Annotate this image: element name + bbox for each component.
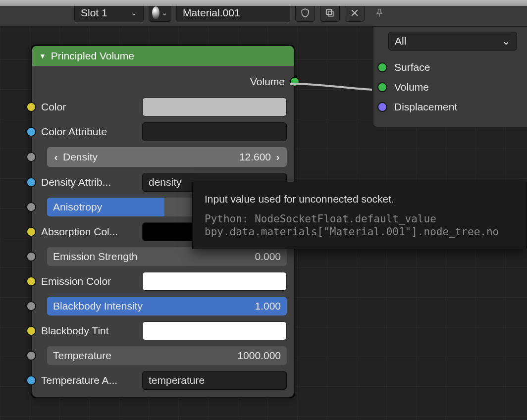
shield-icon xyxy=(300,8,310,18)
material-name-field[interactable]: Material.001 xyxy=(176,3,290,22)
temperature-attribute-label: Temperature A... xyxy=(41,374,136,386)
tooltip: Input value used for unconnected socket.… xyxy=(192,182,527,249)
color-attribute-field[interactable] xyxy=(142,122,287,141)
tooltip-description: Input value used for unconnected socket. xyxy=(205,193,515,205)
volume-socket-row: Volume xyxy=(388,77,521,97)
temperature-attribute-socket[interactable] xyxy=(26,375,36,385)
displacement-label: Displacement xyxy=(394,101,457,113)
color-socket[interactable] xyxy=(26,102,36,112)
temperature-label: Temperature xyxy=(53,350,237,362)
volume-output-socket[interactable] xyxy=(290,77,300,87)
color-row: Color xyxy=(32,95,294,119)
increment-icon[interactable]: › xyxy=(271,147,285,167)
blackbody-intensity-field[interactable]: Blackbody Intensity 1.000 xyxy=(47,297,287,315)
density-attribute-socket[interactable] xyxy=(26,177,36,187)
close-icon xyxy=(350,8,360,18)
blackbody-tint-socket[interactable] xyxy=(26,326,36,336)
shader-target-dropdown[interactable]: All ⌄ xyxy=(388,32,517,51)
absorption-color-socket[interactable] xyxy=(26,227,36,237)
tooltip-python-line-2: bpy.data.materials["Material.001"].node_… xyxy=(205,226,515,238)
density-field[interactable]: ‹ Density 12.600 › xyxy=(47,147,287,167)
blackbody-tint-swatch[interactable] xyxy=(142,321,287,340)
emission-color-swatch[interactable] xyxy=(142,272,287,291)
unlink-material-button[interactable] xyxy=(345,4,365,22)
blackbody-intensity-label: Blackbody Intensity xyxy=(53,300,255,312)
blackbody-intensity-row: Blackbody Intensity 1.000 xyxy=(32,294,294,318)
temperature-socket[interactable] xyxy=(26,351,36,361)
emission-color-row: Emission Color xyxy=(32,269,294,294)
material-slot-dropdown[interactable]: Slot 1 ⌄ xyxy=(74,3,144,22)
surface-label: Surface xyxy=(394,61,430,73)
svg-rect-0 xyxy=(326,9,331,14)
chevron-down-icon: ⌄ xyxy=(502,35,511,47)
color-attribute-socket[interactable] xyxy=(26,127,36,137)
emission-strength-label: Emission Strength xyxy=(53,251,255,262)
chevron-down-icon: ⌄ xyxy=(131,8,137,17)
emission-strength-socket[interactable] xyxy=(26,252,36,262)
density-attribute-label: Density Attrib... xyxy=(41,176,136,188)
surface-socket-row: Surface xyxy=(388,57,521,77)
fake-user-button[interactable] xyxy=(295,4,315,22)
blackbody-tint-label: Blackbody Tint xyxy=(41,325,136,337)
density-value: 12.600 xyxy=(239,151,271,163)
blackbody-intensity-value: 1.000 xyxy=(255,300,281,312)
new-material-button[interactable] xyxy=(320,4,340,22)
color-label: Color xyxy=(41,101,136,113)
slot-label: Slot 1 xyxy=(81,7,107,19)
temperature-row: Temperature 1000.000 xyxy=(32,343,294,368)
density-row: ‹ Density 12.600 › xyxy=(32,144,294,170)
volume-output-label: Volume xyxy=(250,76,285,88)
blackbody-tint-row: Blackbody Tint xyxy=(32,318,294,343)
node-title: Principled Volume xyxy=(51,50,134,62)
emission-strength-value: 0.000 xyxy=(255,251,281,262)
material-preview-icon xyxy=(152,6,159,19)
surface-input-socket[interactable] xyxy=(377,62,387,72)
color-attribute-row: Color Attribute xyxy=(32,119,294,144)
decrement-icon[interactable]: ‹ xyxy=(49,147,63,167)
emission-color-socket[interactable] xyxy=(26,276,36,286)
temperature-attribute-field[interactable]: temperature xyxy=(142,371,287,390)
absorption-color-label: Absorption Col... xyxy=(41,226,136,238)
svg-rect-1 xyxy=(328,11,333,16)
blackbody-intensity-socket[interactable] xyxy=(26,301,36,311)
volume-label: Volume xyxy=(394,81,429,93)
displacement-input-socket[interactable] xyxy=(377,102,387,112)
pin-button[interactable] xyxy=(369,4,389,22)
chevron-down-icon: ⌄ xyxy=(161,8,168,17)
anisotropy-socket[interactable] xyxy=(26,202,36,212)
tooltip-python-line-1: Python: NodeSocketFloat.default_value xyxy=(205,213,515,225)
volume-output-row: Volume xyxy=(32,66,294,95)
color-attribute-label: Color Attribute xyxy=(41,126,136,138)
window-top-strip xyxy=(0,0,527,6)
duplicate-icon xyxy=(325,8,335,18)
density-label: Density xyxy=(63,151,239,163)
shader-target-label: All xyxy=(395,35,406,47)
temperature-value: 1000.000 xyxy=(237,350,281,362)
node-header[interactable]: ▼ Principled Volume xyxy=(32,46,294,66)
density-socket[interactable] xyxy=(26,152,36,162)
displacement-socket-row: Displacement xyxy=(388,97,521,117)
collapse-triangle-icon[interactable]: ▼ xyxy=(39,52,46,60)
temperature-field[interactable]: Temperature 1000.000 xyxy=(47,346,287,365)
emission-strength-field[interactable]: Emission Strength 0.000 xyxy=(47,247,287,266)
color-swatch[interactable] xyxy=(142,98,287,116)
volume-input-socket[interactable] xyxy=(377,82,387,92)
pin-icon xyxy=(374,8,384,18)
temperature-attribute-row: Temperature A... temperature xyxy=(32,368,294,397)
material-browse-dropdown[interactable]: ⌄ xyxy=(149,4,171,22)
emission-color-label: Emission Color xyxy=(41,275,136,287)
material-output-node[interactable]: All ⌄ Surface Volume Displacement xyxy=(372,27,527,128)
